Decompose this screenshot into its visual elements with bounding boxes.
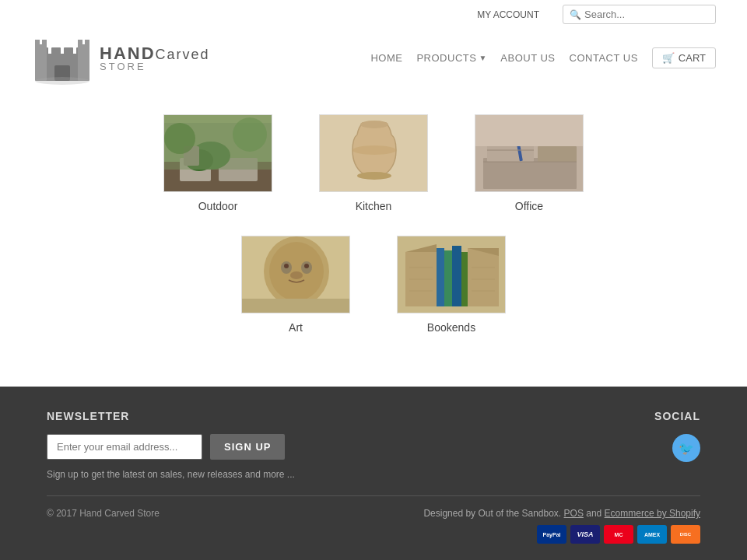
office-image [475,114,584,192]
visa-icon: VISA [570,525,600,544]
discover-icon: DISC [671,525,700,544]
outdoor-image [163,114,272,192]
svg-rect-44 [242,299,350,313]
and-text: and [586,508,601,519]
nav-about-us[interactable]: ABOUT US [500,52,555,64]
footer-copyright: © 2017 Hand Carved Store [47,508,160,519]
search-icon: 🔍 [570,9,581,20]
cart-label: CART [679,52,706,64]
svg-rect-46 [437,248,444,306]
svg-rect-8 [35,40,40,47]
svg-point-21 [164,123,195,154]
category-bookends[interactable]: Bookends [397,236,506,334]
footer-credits: Designed by Out of the Sandbox. POS and … [423,508,700,544]
bookends-image [397,236,506,313]
twitter-icon[interactable]: 🐦 [672,434,700,462]
footer-links-text: Designed by Out of the Sandbox. POS and … [423,508,700,519]
svg-rect-2 [51,47,61,58]
svg-rect-3 [64,47,73,58]
category-kitchen[interactable]: Kitchen [319,114,428,212]
outdoor-label: Outdoor [198,200,238,212]
svg-rect-31 [538,146,577,162]
my-account-link[interactable]: MY ACCOUNT [477,9,539,20]
ecommerce-link[interactable]: Ecommerce by Shopify [605,508,700,519]
kitchen-label: Kitchen [356,200,392,212]
svg-rect-27 [320,115,428,192]
svg-point-42 [304,264,309,268]
svg-rect-7 [78,44,89,81]
pos-link[interactable]: POS [564,508,584,519]
svg-point-43 [290,271,303,279]
footer: NEWSLETTER SIGN UP Sign up to get the la… [0,387,747,560]
category-art[interactable]: Art [241,236,350,334]
nav-contact-us[interactable]: CONTACT US [570,52,638,64]
svg-rect-11 [85,40,89,47]
search-box: 🔍 [563,5,716,24]
art-label: Art [289,321,303,334]
bookends-label: Bookends [427,321,475,334]
newsletter-section: NEWSLETTER SIGN UP Sign up to get the la… [47,410,560,480]
logo-name: HANDCarved [100,44,210,63]
svg-rect-9 [42,40,47,47]
logo-area[interactable]: HANDCarved STORE [31,30,210,85]
newsletter-note: Sign up to get the latest on sales, new … [47,469,560,480]
designed-by-text: Designed by Out of the Sandbox. [423,508,561,519]
paypal-icon: PayPal [537,525,566,544]
svg-point-12 [35,77,89,85]
logo-icon [31,30,93,85]
svg-point-41 [284,264,289,268]
amex-icon: AMEX [637,525,667,544]
header-top-bar: MY ACCOUNT 🔍 [0,0,747,24]
products-dropdown-arrow: ▼ [479,54,486,62]
category-outdoor[interactable]: Outdoor [163,114,272,212]
header-nav-bar: HANDCarved STORE HOME PRODUCTS ▼ ABOUT U… [0,24,747,91]
social-section: SOCIAL 🐦 [560,410,700,462]
svg-rect-29 [483,158,577,189]
svg-rect-49 [461,252,468,306]
categories-row-2: Art [47,236,700,334]
twitter-bird: 🐦 [679,441,694,456]
social-title: SOCIAL [560,410,700,422]
footer-bottom: © 2017 Hand Carved Store Designed by Out… [47,495,700,544]
svg-rect-10 [78,40,82,47]
svg-rect-35 [475,115,584,146]
newsletter-form: SIGN UP [47,434,560,460]
nav-home[interactable]: HOME [370,52,402,64]
svg-point-22 [233,117,267,152]
newsletter-title: NEWSLETTER [47,410,560,422]
newsletter-email-input[interactable] [47,434,202,460]
art-image [241,236,350,313]
newsletter-signup-button[interactable]: SIGN UP [210,434,285,460]
footer-top: NEWSLETTER SIGN UP Sign up to get the la… [47,410,700,495]
main-content: Outdoor Kitchen [0,91,747,387]
payment-icons: PayPal VISA MC AMEX DISC [423,525,700,544]
logo-text-group: HANDCarved STORE [100,44,210,72]
cart-icon: 🛒 [662,52,675,64]
svg-rect-48 [452,246,461,306]
search-input[interactable] [584,9,709,20]
svg-rect-47 [444,250,452,306]
kitchen-image [319,114,428,192]
main-nav: HOME PRODUCTS ▼ ABOUT US CONTACT US 🛒 CA… [370,47,716,68]
categories-row-1: Outdoor Kitchen [47,114,700,212]
cart-button[interactable]: 🛒 CART [652,47,716,68]
svg-rect-6 [35,44,47,81]
mastercard-icon: MC [604,525,633,544]
category-office[interactable]: Office [475,114,584,212]
nav-products[interactable]: PRODUCTS ▼ [416,52,486,64]
office-label: Office [515,200,543,212]
